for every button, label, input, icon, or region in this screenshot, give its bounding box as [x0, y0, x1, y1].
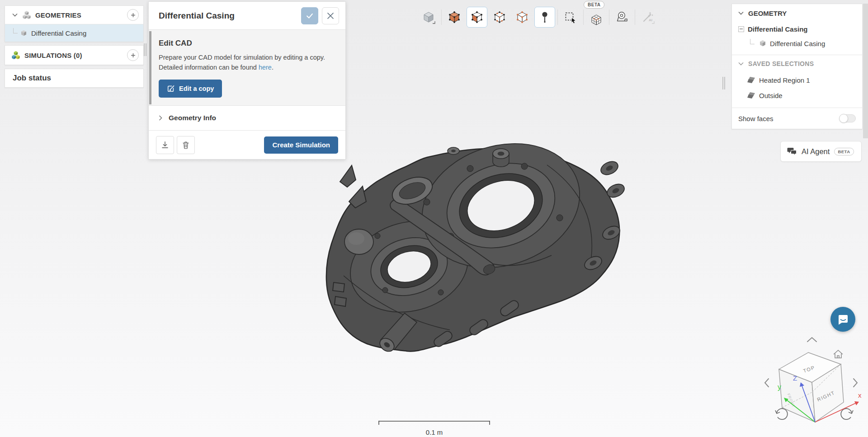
chevron-down-icon: [738, 11, 744, 15]
mesh-cube-icon: [590, 13, 603, 27]
chevron-down-icon: [738, 62, 744, 66]
confirm-button[interactable]: [301, 7, 318, 24]
geometry-child-label: Differential Casing: [770, 40, 825, 47]
simulations-header-label: SIMULATIONS (0): [24, 52, 82, 59]
mesh-clip-tool[interactable]: BETA: [586, 7, 607, 28]
edit-a-copy-label: Edit a copy: [179, 85, 214, 92]
geometries-card: GEOMETRIES Differential Casing: [5, 5, 144, 42]
vertex-cube-icon: [515, 10, 529, 24]
delete-button[interactable]: [177, 136, 195, 154]
select-faces-tool[interactable]: [467, 7, 487, 28]
scale-label: 0.1 m: [378, 428, 490, 436]
download-icon: [160, 141, 170, 150]
saved-selection-item[interactable]: Outside: [732, 88, 862, 103]
box-select-icon: [564, 10, 577, 24]
geometries-icon: [22, 10, 31, 19]
edit-cad-heading: Edit CAD: [159, 39, 335, 48]
close-button[interactable]: [322, 7, 339, 24]
collapse-box[interactable]: [738, 26, 744, 32]
geometry-info-toggle[interactable]: Geometry Info: [149, 106, 345, 130]
toolbar-separator: [635, 9, 635, 25]
create-simulation-button[interactable]: Create Simulation: [264, 136, 338, 154]
select-volumes-tool[interactable]: [444, 7, 465, 28]
chevron-right-icon: [159, 115, 162, 121]
saved-selections-header[interactable]: SAVED SELECTIONS: [732, 55, 862, 72]
sidebar-item-simulations[interactable]: SIMULATIONS (0): [5, 46, 143, 65]
tree-elbow: [750, 39, 755, 44]
axis-x-label: x: [858, 391, 862, 399]
view-solid-tool[interactable]: [418, 7, 439, 28]
toolbar-separator: [441, 9, 442, 25]
right-panel-resize-handle[interactable]: [722, 77, 725, 89]
toggle-knob: [839, 114, 848, 123]
viewport-toolbar: BETA AI: [417, 5, 659, 29]
trash-icon: [181, 141, 190, 150]
saved-selection-item[interactable]: Heated Region 1: [732, 72, 862, 88]
sidebar-item-differential-casing[interactable]: Differential Casing: [5, 24, 143, 42]
toolbar-separator: [609, 9, 609, 25]
plus-icon: [131, 13, 136, 18]
right-panel-scrollbar[interactable]: [863, 4, 868, 138]
box-select-tool[interactable]: [560, 7, 581, 28]
rotate-left-chevron[interactable]: [765, 379, 769, 387]
edit-pencil-icon: [167, 85, 175, 93]
tape-measure-icon: [615, 10, 629, 24]
differential-casing-model: [312, 140, 656, 393]
toolbar-separator: [583, 9, 584, 25]
add-simulation-button[interactable]: [127, 49, 139, 61]
geometry-detail-panel: Differential Casing Edit CAD Prepare you…: [148, 1, 346, 160]
panel-scrollbar[interactable]: [149, 31, 151, 104]
geometry-cube-icon: [20, 30, 27, 37]
check-icon: [305, 11, 314, 20]
show-faces-toggle[interactable]: [840, 114, 856, 122]
pin-icon: [538, 10, 552, 24]
svg-text:AI: AI: [649, 18, 652, 22]
axis-z-label: Z: [793, 374, 797, 382]
scale-ruler: [378, 420, 490, 426]
geometry-info-label: Geometry Info: [169, 114, 216, 122]
select-vertices-tool[interactable]: [512, 7, 533, 28]
show-faces-label: Show faces: [738, 115, 774, 122]
geometry-child-item[interactable]: Differential Casing: [732, 36, 862, 51]
beta-badge: BETA: [584, 1, 604, 9]
toolbar-separator: [557, 9, 558, 25]
axis-y-label: y: [778, 383, 781, 391]
measure-tool[interactable]: [612, 7, 632, 28]
plus-icon: [131, 53, 136, 58]
dialog-title-bar: Differential Casing: [149, 2, 345, 30]
geometry-section-header[interactable]: GEOMETRY: [732, 4, 862, 22]
create-simulation-label: Create Simulation: [272, 141, 330, 149]
geometry-cube-icon: [759, 40, 766, 47]
faces-icon: [747, 77, 755, 84]
here-link[interactable]: here: [259, 64, 272, 71]
tilt-up-chevron[interactable]: [807, 338, 816, 342]
solid-cube-icon: [422, 10, 435, 24]
selection-panel: GEOMETRY Differential Casing Differentia…: [731, 4, 863, 129]
sidebar-item-geometries[interactable]: GEOMETRIES: [5, 6, 143, 24]
home-view-icon[interactable]: [834, 350, 843, 358]
application-window: GEOMETRIES Differential Casing SIMULATIO…: [0, 0, 868, 437]
sidebar-resize-handle[interactable]: [144, 43, 146, 56]
geometries-header-label: GEOMETRIES: [35, 11, 81, 19]
geometry-root-item[interactable]: Differential Casing: [732, 22, 862, 36]
add-geometry-button[interactable]: [127, 9, 139, 21]
chat-bubble-icon: [837, 314, 849, 325]
show-faces-row: Show faces: [732, 108, 862, 129]
roll-ccw-icon[interactable]: [775, 409, 788, 419]
navigation-cube[interactable]: TOP RIGHT FRONT x y Z: [763, 335, 866, 426]
select-edges-tool[interactable]: [489, 7, 510, 28]
download-button[interactable]: [156, 136, 174, 154]
probe-point-tool[interactable]: [534, 7, 555, 28]
saved-selections-label: SAVED SELECTIONS: [748, 60, 814, 67]
rotate-right-chevron[interactable]: [854, 379, 857, 387]
support-chat-button[interactable]: [830, 307, 855, 332]
chat-bubbles-icon: [787, 147, 797, 155]
ai-agent-button[interactable]: AI Agent BETA: [780, 141, 862, 162]
simulations-card: SIMULATIONS (0): [5, 45, 144, 65]
edge-cube-icon: [493, 10, 506, 24]
ai-selection-tool[interactable]: AI: [637, 7, 658, 28]
roll-cw-icon[interactable]: [841, 409, 853, 419]
job-status-label: Job status: [13, 74, 51, 83]
face-cube-icon: [470, 10, 484, 24]
edit-a-copy-button[interactable]: Edit a copy: [159, 80, 222, 98]
